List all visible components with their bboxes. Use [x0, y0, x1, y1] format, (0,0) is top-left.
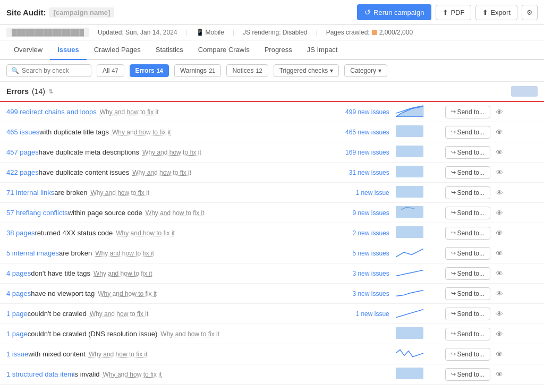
view-button[interactable]: 👁	[492, 186, 506, 199]
why-fix-link[interactable]: Why and how to fix it	[103, 371, 162, 378]
why-fix-link[interactable]: Why and how to fix it	[90, 310, 149, 318]
col-actions: ↪ Send to... 👁	[445, 186, 540, 199]
view-button[interactable]: 👁	[492, 207, 506, 219]
issue-link[interactable]: 38 pages	[6, 229, 35, 237]
send-to-button[interactable]: ↪ Send to...	[445, 247, 490, 260]
col-actions: ↪ Send to... 👁	[445, 247, 540, 260]
sort-icon[interactable]: ⇅	[48, 88, 53, 95]
view-button[interactable]: 👁	[492, 227, 506, 240]
new-issues-count: 499 new issues	[299, 102, 394, 122]
send-to-button[interactable]: ↪ Send to...	[445, 106, 490, 118]
gear-icon: ⚙	[526, 8, 533, 16]
filter-notices[interactable]: Notices 12	[226, 64, 268, 77]
why-fix-link[interactable]: Why and how to fix it	[132, 169, 191, 176]
send-to-button[interactable]: ↪ Send to...	[445, 267, 490, 280]
send-to-button[interactable]: ↪ Send to...	[445, 186, 490, 199]
export-button[interactable]: ⬆ Export	[475, 5, 517, 20]
sparkline-cell	[394, 304, 441, 324]
why-fix-link[interactable]: Why and how to fix it	[95, 250, 154, 257]
issue-text: have duplicate content issues	[39, 168, 130, 176]
tab-issues[interactable]: Issues	[50, 40, 86, 60]
issue-link[interactable]: 1 structured data item	[6, 370, 73, 378]
filter-warnings[interactable]: Warnings 21	[174, 64, 222, 77]
issue-link[interactable]: 57 hreflang conflicts	[6, 209, 68, 217]
view-button[interactable]: 👁	[492, 106, 506, 118]
send-to-button[interactable]: ↪ Send to...	[445, 207, 490, 219]
view-button[interactable]: 👁	[492, 308, 506, 320]
filter-all[interactable]: All 47	[97, 64, 124, 77]
sparkline-cell	[394, 203, 441, 223]
view-button[interactable]: 👁	[492, 166, 506, 179]
eye-icon: 👁	[496, 249, 503, 258]
filter-errors[interactable]: Errors 14	[130, 64, 169, 77]
view-button[interactable]: 👁	[492, 146, 506, 159]
issue-desc: 465 issues with duplicate title tags Why…	[6, 128, 293, 136]
search-input[interactable]	[22, 67, 86, 74]
view-button[interactable]: 👁	[492, 247, 506, 260]
view-button[interactable]: 👁	[492, 368, 506, 381]
issue-link[interactable]: 1 issue	[6, 350, 28, 358]
send-to-button[interactable]: ↪ Send to...	[445, 166, 490, 179]
issue-text: have no viewport tag	[31, 289, 95, 297]
info-bar: ████████████████ Updated: Sun, Jan 14, 2…	[0, 25, 544, 40]
issue-link[interactable]: 71 internal links	[6, 189, 54, 197]
table-row: 1 issue with mixed content Why and how t…	[0, 344, 544, 364]
send-to-button[interactable]: ↪ Send to...	[445, 227, 490, 240]
settings-button[interactable]: ⚙	[522, 5, 538, 20]
tab-js-impact[interactable]: JS Impact	[300, 40, 345, 60]
why-fix-link[interactable]: Why and how to fix it	[100, 108, 159, 116]
why-fix-link[interactable]: Why and how to fix it	[146, 209, 205, 217]
send-to-button[interactable]: ↪ Send to...	[445, 328, 490, 340]
tab-compare-crawls[interactable]: Compare Crawls	[191, 40, 257, 60]
send-icon: ↪	[451, 209, 456, 216]
send-to-button[interactable]: ↪ Send to...	[445, 126, 490, 139]
sparkline-svg	[396, 368, 423, 379]
why-fix-link[interactable]: Why and how to fix it	[160, 330, 219, 338]
rerun-button[interactable]: Rerun campaign	[357, 4, 431, 20]
view-button[interactable]: 👁	[492, 328, 506, 340]
issue-link[interactable]: 4 pages	[6, 289, 31, 297]
tab-crawled-pages[interactable]: Crawled Pages	[87, 40, 148, 60]
issue-link[interactable]: 1 page	[6, 310, 28, 318]
view-button[interactable]: 👁	[492, 267, 506, 280]
issue-link[interactable]: 1 page	[6, 330, 28, 338]
category-dropdown[interactable]: Category ▾	[344, 64, 387, 77]
send-to-button[interactable]: ↪ Send to...	[445, 368, 490, 381]
tab-statistics[interactable]: Statistics	[148, 40, 191, 60]
search-box[interactable]: 🔍	[6, 64, 91, 77]
mobile-badge: 📱 Mobile	[196, 29, 224, 36]
triggered-checks-dropdown[interactable]: Triggered checks ▾	[274, 64, 339, 77]
eye-icon: 👁	[496, 269, 503, 278]
send-to-button[interactable]: ↪ Send to...	[445, 308, 490, 320]
view-button[interactable]: 👁	[492, 126, 506, 139]
sparkline-svg	[396, 307, 423, 319]
sparkline-cell	[394, 263, 441, 284]
tab-overview[interactable]: Overview	[6, 40, 50, 60]
tab-progress[interactable]: Progress	[257, 40, 300, 60]
issue-link[interactable]: 499 redirect chains and loops	[6, 108, 97, 116]
issue-desc: 4 pages have no viewport tag Why and how…	[6, 289, 293, 297]
send-to-button[interactable]: ↪ Send to...	[445, 287, 490, 300]
why-fix-link[interactable]: Why and how to fix it	[89, 351, 148, 358]
issue-link[interactable]: 4 pages	[6, 269, 31, 277]
send-to-button[interactable]: ↪ Send to...	[445, 348, 490, 361]
pdf-button[interactable]: ⬆ PDF	[436, 5, 471, 20]
why-fix-link[interactable]: Why and how to fix it	[112, 129, 171, 136]
issue-link[interactable]: 5 internal images	[6, 249, 59, 257]
send-icon: ↪	[451, 310, 456, 317]
issue-text: with duplicate title tags	[39, 128, 109, 136]
issue-link[interactable]: 422 pages	[6, 168, 39, 176]
svg-rect-1	[396, 146, 423, 157]
why-fix-link[interactable]: Why and how to fix it	[142, 149, 201, 156]
why-fix-link[interactable]: Why and how to fix it	[116, 229, 175, 237]
why-fix-link[interactable]: Why and how to fix it	[94, 270, 152, 277]
why-fix-link[interactable]: Why and how to fix it	[90, 189, 149, 197]
issue-text: with mixed content	[28, 350, 86, 358]
view-button[interactable]: 👁	[492, 348, 506, 361]
issue-text: are broken	[59, 249, 92, 257]
send-to-button[interactable]: ↪ Send to...	[445, 146, 490, 159]
issue-link[interactable]: 465 issues	[6, 128, 39, 136]
view-button[interactable]: 👁	[492, 287, 506, 300]
why-fix-link[interactable]: Why and how to fix it	[98, 290, 157, 297]
issue-link[interactable]: 457 pages	[6, 148, 39, 156]
